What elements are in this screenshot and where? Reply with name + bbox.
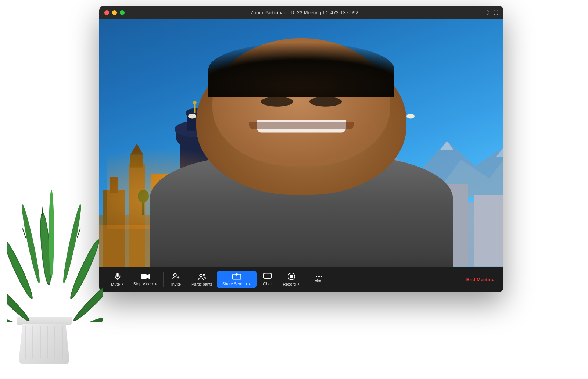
invite-icon [172,272,180,280]
zoom-window: Zoom Participant ID: 23 Meeting ID: 472-… [99,6,503,292]
title-actions: ☽ ⛶ [484,9,503,16]
share-screen-icon [232,273,241,280]
invite-button[interactable]: Invite [165,270,187,289]
end-meeting-button[interactable]: End Meeting [465,274,496,285]
stop-video-button[interactable]: Stop Video ▲ [129,271,162,288]
window-title: Zoom Participant ID: 23 Meeting ID: 472-… [125,10,484,15]
record-icon [287,272,295,280]
svg-marker-70 [147,274,150,279]
record-button[interactable]: Record ▲ [279,270,305,289]
svg-point-80 [290,275,293,278]
close-button[interactable] [104,10,109,15]
title-bar: Zoom Participant ID: 23 Meeting ID: 472-… [99,6,503,19]
more-dots-icon [316,276,322,277]
pot-body [18,324,70,364]
video-area [99,19,503,267]
microphone-icon [114,272,122,280]
video-icon [141,273,150,280]
fullscreen-icon[interactable]: ⛶ [493,10,498,15]
svg-point-16 [49,190,54,278]
plant-pot [18,317,70,364]
svg-point-75 [203,274,205,276]
participants-button[interactable]: Participants [187,270,217,289]
toolbar: Mute ▲ Stop Video ▲ [99,267,503,292]
svg-point-71 [174,274,176,276]
moon-icon[interactable]: ☽ [484,9,490,16]
maximize-button[interactable] [120,10,125,15]
svg-point-74 [200,274,202,277]
plant-leaves [7,146,103,322]
traffic-lights [99,10,125,15]
more-button[interactable]: More [308,273,330,285]
toolbar-separator-2 [306,272,306,287]
chat-icon [263,273,272,280]
share-screen-button[interactable]: Share Screen ▲ [217,271,256,288]
svg-rect-69 [141,274,147,279]
chat-button[interactable]: Chat [257,271,279,288]
plant-decoration [0,151,103,364]
person-video [99,19,503,267]
mute-button[interactable]: Mute ▲ [107,270,129,289]
minimize-button[interactable] [112,10,117,15]
svg-rect-66 [116,273,119,277]
toolbar-separator-1 [163,272,164,287]
participants-icon [198,272,207,280]
svg-rect-78 [263,273,271,279]
